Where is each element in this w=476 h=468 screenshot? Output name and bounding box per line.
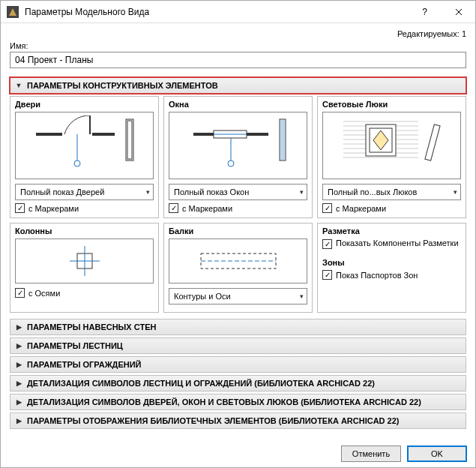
checkbox-icon — [169, 203, 178, 213]
windows-preview-icon — [182, 116, 295, 176]
titlebar: Параметры Модельного Вида ? — [1, 1, 475, 23]
svg-rect-6 — [127, 121, 132, 159]
columns-title: Колонны — [15, 226, 154, 236]
window-title: Параметры Модельного Вида — [25, 7, 408, 17]
zones-passports-label: Показ Паспортов Зон — [336, 271, 418, 280]
chevron-right-icon: ▶ — [15, 417, 22, 424]
checkbox-icon — [322, 270, 332, 280]
windows-markers-check[interactable]: с Маркерами — [169, 203, 307, 213]
windows-markers-label: с Маркерами — [182, 204, 232, 213]
section-body-construct: Двери Пол — [10, 96, 466, 313]
chevron-right-icon: ▶ — [15, 361, 22, 368]
section-title: ДЕТАЛИЗАЦИЯ СИМВОЛОВ ДВЕРЕЙ, ОКОН И СВЕТ… — [27, 398, 421, 406]
markup-title: Разметка — [322, 226, 461, 236]
section-header-railings[interactable]: ▶ ПАРАМЕТРЫ ОГРАЖДЕНИЙ — [10, 356, 466, 373]
chevron-down-icon: ▼ — [15, 82, 22, 89]
zones-title: Зоны — [322, 258, 461, 267]
doors-preview — [15, 112, 154, 179]
section-header-library[interactable]: ▶ ПАРАМЕТРЫ ОТОБРАЖЕНИЯ БИБЛИОТЕЧНЫХ ЭЛЕ… — [10, 412, 466, 429]
skylights-cell: Световые Люки — [317, 96, 466, 218]
section-header-construct[interactable]: ▼ ПАРАМЕТРЫ КОНСТРУКТИВНЫХ ЭЛЕМЕНТОВ — [10, 77, 466, 94]
columns-preview — [15, 238, 154, 284]
beams-title: Балки — [169, 226, 307, 236]
app-icon — [7, 6, 19, 18]
windows-combo-label: Полный показ Окон — [174, 188, 249, 196]
chevron-right-icon: ▶ — [15, 323, 22, 331]
ok-button[interactable]: OK — [407, 446, 467, 462]
doors-title: Двери — [15, 100, 154, 109]
chevron-right-icon: ▶ — [15, 380, 22, 387]
editable-count: Редактируемых: 1 — [10, 28, 466, 41]
skylights-combo-label: Полный по...вых Люков — [328, 188, 417, 196]
beams-cell: Балки Контуры и Оси ▾ — [163, 223, 313, 313]
skylights-markers-check[interactable]: с Маркерами — [322, 203, 461, 213]
windows-cell: Окна Полн — [163, 96, 313, 218]
beams-combo-label: Контуры и Оси — [174, 292, 231, 301]
checkbox-icon — [322, 239, 332, 249]
chevron-right-icon: ▶ — [15, 342, 22, 350]
zones-passports-check[interactable]: Показ Паспортов Зон — [322, 270, 461, 280]
svg-point-4 — [74, 160, 80, 166]
chevron-down-icon: ▾ — [300, 188, 304, 196]
windows-title: Окна — [169, 100, 307, 109]
section-title: ПАРАМЕТРЫ ОГРАЖДЕНИЙ — [27, 360, 142, 369]
columns-axes-check[interactable]: с Осями — [15, 288, 154, 298]
columns-axes-label: с Осями — [28, 289, 60, 298]
name-input[interactable] — [10, 52, 466, 68]
skylights-preview-icon — [336, 116, 448, 176]
close-button[interactable] — [442, 1, 475, 23]
markup-show-label: Показать Компоненты Разметки — [336, 238, 459, 248]
svg-rect-26 — [424, 124, 439, 160]
skylights-combo[interactable]: Полный по...вых Люков ▾ — [322, 184, 461, 200]
section-header-stair-detail[interactable]: ▶ ДЕТАЛИЗАЦИЯ СИМВОЛОВ ЛЕСТНИЦ И ОГРАЖДЕ… — [10, 375, 466, 392]
markup-show-check[interactable]: Показать Компоненты Разметки — [322, 238, 461, 249]
section-header-curtain[interactable]: ▶ ПАРАМЕТРЫ НАВЕСНЫХ СТЕН — [10, 319, 466, 335]
name-label: Имя: — [10, 41, 466, 50]
skylights-preview — [322, 112, 461, 179]
chevron-down-icon: ▾ — [146, 188, 150, 196]
help-button[interactable]: ? — [408, 1, 442, 23]
section-title: ПАРАМЕТРЫ ЛЕСТНИЦ — [27, 341, 123, 350]
windows-combo[interactable]: Полный показ Окон ▾ — [169, 184, 307, 200]
skylights-title: Световые Люки — [322, 100, 461, 109]
beams-preview — [169, 238, 307, 284]
markup-cell: Разметка Показать Компоненты Разметки Зо… — [317, 223, 466, 313]
section-title: ПАРАМЕТРЫ НАВЕСНЫХ СТЕН — [27, 322, 156, 332]
doors-preview-icon — [28, 116, 141, 176]
cancel-button[interactable]: Отменить — [341, 446, 401, 462]
doors-combo[interactable]: Полный показ Дверей ▾ — [15, 184, 154, 200]
section-title-construct: ПАРАМЕТРЫ КОНСТРУКТИВНЫХ ЭЛЕМЕНТОВ — [27, 81, 218, 90]
svg-point-12 — [228, 160, 234, 166]
skylights-markers-label: с Маркерами — [336, 204, 386, 213]
chevron-right-icon: ▶ — [15, 398, 22, 406]
beams-combo[interactable]: Контуры и Оси ▾ — [169, 288, 307, 304]
close-icon — [455, 8, 463, 16]
section-header-stairs[interactable]: ▶ ПАРАМЕТРЫ ЛЕСТНИЦ — [10, 338, 466, 354]
doors-combo-label: Полный показ Дверей — [20, 188, 104, 196]
checkbox-icon — [15, 288, 25, 298]
checkbox-icon — [15, 203, 25, 213]
section-header-door-detail[interactable]: ▶ ДЕТАЛИЗАЦИЯ СИМВОЛОВ ДВЕРЕЙ, ОКОН И СВ… — [10, 394, 466, 410]
doors-markers-label: с Маркерами — [28, 204, 79, 213]
doors-markers-check[interactable]: с Маркерами — [15, 203, 154, 213]
section-title: ДЕТАЛИЗАЦИЯ СИМВОЛОВ ЛЕСТНИЦ И ОГРАЖДЕНИ… — [27, 379, 375, 388]
svg-rect-14 — [280, 120, 285, 160]
section-title: ПАРАМЕТРЫ ОТОБРАЖЕНИЯ БИБЛИОТЕЧНЫХ ЭЛЕМЕ… — [27, 416, 400, 425]
checkbox-icon — [322, 203, 332, 213]
columns-preview-icon — [62, 242, 107, 280]
chevron-down-icon: ▾ — [300, 292, 304, 300]
beams-preview-icon — [186, 242, 291, 280]
chevron-down-icon: ▾ — [454, 188, 457, 196]
doors-cell: Двери Пол — [10, 96, 159, 218]
windows-preview — [169, 112, 307, 179]
columns-cell: Колонны с Осями — [10, 223, 159, 313]
